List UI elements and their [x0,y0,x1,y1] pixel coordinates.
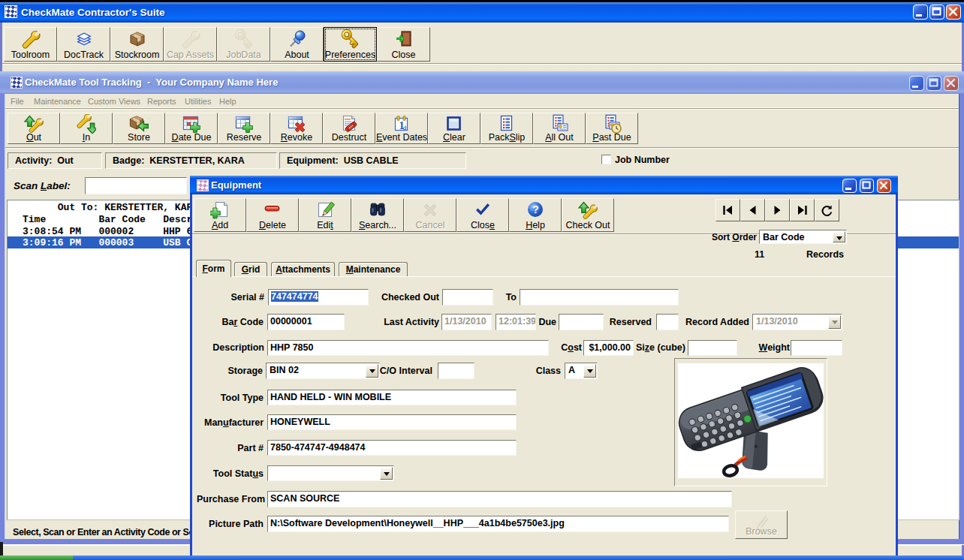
svg-text:?: ? [532,203,539,215]
